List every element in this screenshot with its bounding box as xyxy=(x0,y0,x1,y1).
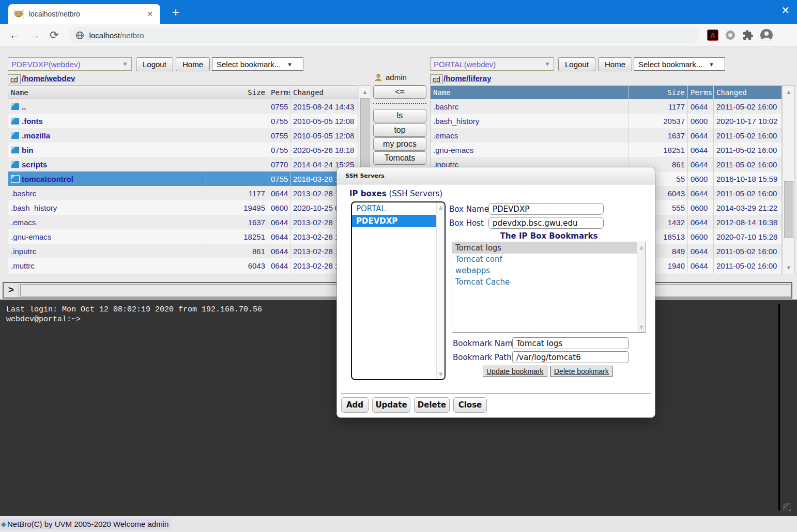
extensions-puzzle-icon[interactable] xyxy=(742,29,754,41)
table-row[interactable]: bin07552020-05-26 18:18 xyxy=(8,143,358,157)
bookmark-option-selected[interactable]: Tomcat logs xyxy=(452,242,646,254)
ls-button[interactable]: ls xyxy=(373,109,426,122)
browser-tab[interactable]: localhost/netbro ✕ xyxy=(8,4,160,24)
table-row[interactable]: .muttrc604306442013-02-28 1 xyxy=(8,258,358,273)
reload-icon[interactable]: ⟳ xyxy=(50,29,59,41)
table-row[interactable]: .bash_history1949506002020-10-25 0 xyxy=(8,200,358,215)
bookmark-option[interactable]: webapps xyxy=(452,265,646,276)
right-server-select[interactable]: PORTAL(webdev)▼ xyxy=(430,57,554,71)
address-bar[interactable]: localhost/netbro xyxy=(68,27,700,43)
delete-button[interactable]: Delete xyxy=(414,397,450,413)
scrollbar-thumb[interactable] xyxy=(784,181,793,238)
file-perms: 0644 xyxy=(688,128,714,143)
scroll-up-icon[interactable]: ▲ xyxy=(637,244,646,250)
column-perms[interactable]: Perms xyxy=(688,86,714,99)
tomcats-button[interactable]: Tomcats xyxy=(373,151,426,165)
column-name[interactable]: Name xyxy=(8,86,206,99)
close-button[interactable]: Close xyxy=(453,397,487,413)
table-row[interactable]: .gnu-emacs1825106442011-05-02 16:00 xyxy=(431,143,781,157)
listbox-scrollbar[interactable]: ▲▼ xyxy=(436,202,445,379)
tab-title: localhost/netbro xyxy=(29,10,145,18)
column-changed[interactable]: Changed xyxy=(290,86,358,99)
update-bookmark-button[interactable]: Update bookmark xyxy=(483,366,547,377)
left-home-button[interactable]: Home xyxy=(176,57,210,71)
resize-grip-icon[interactable] xyxy=(783,503,791,511)
right-bookmark-select[interactable]: Select bookmark...▾ xyxy=(634,57,725,71)
tab-close-icon[interactable]: ✕ xyxy=(145,9,155,19)
server-listbox[interactable]: PORTAL PDEVDXP ▲▼ xyxy=(351,201,446,380)
listbox-scrollbar[interactable]: ▲▼ xyxy=(637,242,646,332)
bookmark-option[interactable]: Tomcat conf xyxy=(452,254,646,265)
table-row[interactable]: ..07552015-08-24 14:43 xyxy=(8,99,358,114)
right-home-button[interactable]: Home xyxy=(598,57,632,71)
table-row[interactable]: .bashrc117706442013-02-28 1 xyxy=(8,186,358,200)
back-icon[interactable]: ← xyxy=(9,29,20,41)
box-host-input[interactable] xyxy=(488,217,604,229)
update-button[interactable]: Update xyxy=(372,397,410,413)
left-logout-button[interactable]: Logout xyxy=(136,57,173,71)
column-size[interactable]: Size xyxy=(629,86,688,99)
left-server-select[interactable]: PDEVDXP(webdev)▼ xyxy=(8,57,132,71)
right-logout-button[interactable]: Logout xyxy=(558,57,595,71)
file-changed: 2011-05-02 16:00 xyxy=(714,157,781,171)
column-perms[interactable]: Perms xyxy=(268,86,290,99)
bookmark-path-input[interactable] xyxy=(512,351,629,363)
scroll-up-icon[interactable]: ▲ xyxy=(359,89,371,95)
table-row[interactable]: scripts07702014-04-24 15:25 xyxy=(8,157,358,171)
file-changed: 2016-10-18 15:59 xyxy=(714,171,781,186)
top-button[interactable]: top xyxy=(373,123,426,137)
extension-circle-icon[interactable] xyxy=(726,30,735,40)
dialog-titlebar[interactable]: SSH Servers xyxy=(337,167,655,184)
right-cd-button[interactable]: cd xyxy=(430,74,443,84)
terminal-scrollbar[interactable] xyxy=(778,304,780,510)
my-procs-button[interactable]: my procs xyxy=(373,137,426,151)
table-row[interactable]: .bashrc117706442011-05-02 16:00 xyxy=(431,99,781,114)
file-size xyxy=(206,171,268,186)
table-row[interactable]: .emacs163706442013-02-28 1 xyxy=(8,215,358,229)
delete-bookmark-button[interactable]: Delete bookmark xyxy=(550,366,612,377)
table-row[interactable]: .inputrc86106442013-02-28 1 xyxy=(8,244,358,258)
file-changed: 2011-05-02 16:00 xyxy=(714,244,781,258)
box-name-input[interactable] xyxy=(488,203,604,215)
server-option-selected[interactable]: PDEVDXP xyxy=(352,215,445,227)
scroll-down-icon[interactable]: ▼ xyxy=(637,324,646,330)
profile-avatar-icon[interactable] xyxy=(760,28,773,42)
table-row[interactable]: .gnu-emacs1825106442013-02-28 1 xyxy=(8,229,358,244)
scroll-down-icon[interactable]: ▼ xyxy=(783,264,794,271)
forward-icon[interactable]: → xyxy=(29,29,40,41)
file-size: 1637 xyxy=(206,215,268,229)
file-perms: 0644 xyxy=(268,186,290,200)
left-bookmark-select[interactable]: Select bookmark...▾ xyxy=(212,57,303,71)
window-close-icon[interactable]: ✕ xyxy=(781,4,790,17)
add-button[interactable]: Add xyxy=(341,397,369,413)
bookmarks-listbox[interactable]: Tomcat logs Tomcat conf webapps Tomcat C… xyxy=(452,242,646,333)
right-table-scrollbar[interactable]: ▲ ▼ xyxy=(783,85,795,274)
bookmark-option[interactable]: Tomcat Cache xyxy=(452,276,646,288)
site-info-globe-icon[interactable] xyxy=(75,31,84,40)
left-cd-button[interactable]: cd xyxy=(8,74,21,84)
table-row[interactable]: .emacs163706442011-05-02 16:00 xyxy=(431,128,781,143)
column-changed[interactable]: Changed xyxy=(714,86,781,99)
server-option[interactable]: PORTAL xyxy=(352,202,445,215)
transfer-left-button[interactable]: <= xyxy=(373,85,426,99)
column-name[interactable]: Name xyxy=(431,86,629,99)
diamond-icon: ◆ xyxy=(1,520,6,528)
ip-boxes-label-bold: IP boxes xyxy=(349,189,387,198)
scroll-up-icon[interactable]: ▲ xyxy=(437,205,445,210)
divider xyxy=(341,393,651,394)
table-row-selected[interactable]: tomcatcontrol07552018-03-28 1 xyxy=(8,171,358,186)
table-row[interactable]: .mozilla07552010-05-05 12:08 xyxy=(8,128,358,143)
table-row[interactable]: .fonts07552010-05-05 12:08 xyxy=(8,114,358,128)
scroll-down-icon[interactable]: ▼ xyxy=(437,371,445,377)
bookmark-name-input[interactable] xyxy=(512,337,629,349)
column-size[interactable]: Size xyxy=(206,86,268,99)
scroll-up-icon[interactable]: ▲ xyxy=(783,89,794,95)
file-perms: 0755 xyxy=(268,99,290,114)
acrobat-extension-icon[interactable]: A xyxy=(707,29,718,41)
table-row[interactable]: .bash_history2053706002020-10-17 10:02 xyxy=(431,114,781,128)
left-path-link[interactable]: /home/webdev xyxy=(22,74,75,83)
ip-boxes-label: IP boxes (SSH Servers) xyxy=(349,189,442,198)
file-name: scripts xyxy=(22,160,47,169)
right-path-link[interactable]: /home/liferay xyxy=(443,74,492,83)
new-tab-button[interactable]: + xyxy=(168,6,183,19)
